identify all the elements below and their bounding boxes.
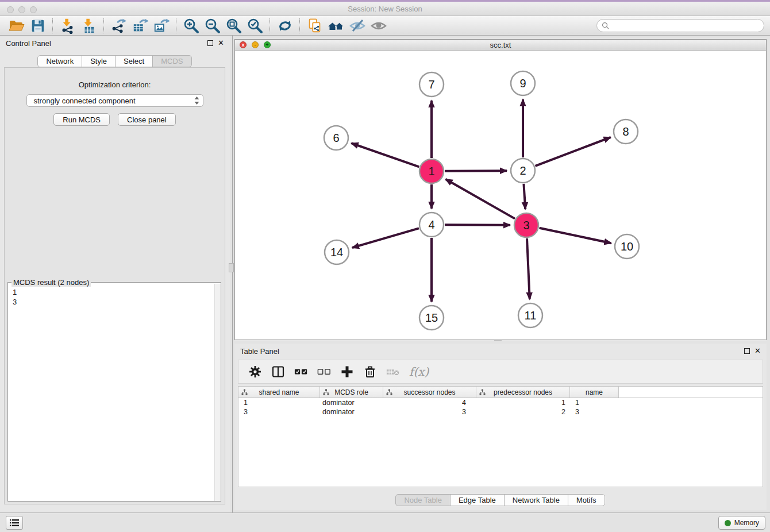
toolbar-separator: [52, 18, 53, 33]
show-all-networks-icon[interactable]: [325, 17, 346, 35]
tab-style[interactable]: Style: [82, 55, 116, 67]
table-row[interactable]: 1 dominator 4 1 1: [238, 398, 763, 407]
cell-successor-nodes[interactable]: 3: [383, 407, 476, 417]
attribute-icon: [323, 389, 329, 395]
close-panel-icon[interactable]: ✕: [218, 40, 224, 46]
column-header-shared-name[interactable]: shared name: [238, 387, 320, 398]
tab-motifs[interactable]: Motifs: [568, 494, 605, 506]
task-list-icon: [9, 518, 20, 527]
close-network-icon[interactable]: x: [240, 41, 247, 48]
hide-details-eye-icon[interactable]: [346, 17, 368, 35]
cell-mcds-role[interactable]: dominator: [320, 398, 383, 407]
mcds-result-box: MCDS result (2 nodes) 1 3: [7, 282, 221, 502]
delete-row-icon[interactable]: [363, 365, 377, 379]
mcds-result-scrollbar[interactable]: [214, 284, 221, 501]
task-history-button[interactable]: [6, 516, 23, 530]
node-label-10: 10: [621, 240, 633, 253]
settings-gear-icon[interactable]: [248, 365, 262, 379]
export-image-icon[interactable]: [151, 17, 172, 35]
edge-4-14[interactable]: [352, 228, 419, 248]
mcds-result-line: 1: [13, 287, 209, 297]
tab-network-table[interactable]: Network Table: [504, 494, 568, 506]
cell-shared-name[interactable]: 1: [238, 398, 320, 407]
import-network-icon[interactable]: [57, 17, 78, 35]
export-table-icon[interactable]: [129, 17, 151, 35]
clone-network-icon[interactable]: [304, 17, 325, 35]
panel-divider-grip[interactable]: [229, 263, 234, 272]
mcds-result-line: 3: [13, 297, 209, 307]
add-row-icon[interactable]: [340, 365, 354, 379]
node-label-9: 9: [519, 77, 526, 90]
select-all-icon[interactable]: [294, 365, 308, 379]
column-header-successor-nodes[interactable]: successor nodes: [383, 387, 476, 398]
run-mcds-button[interactable]: Run MCDS: [53, 113, 110, 126]
node-table: shared name MCDS role successor nodes pr…: [238, 386, 763, 487]
search-input[interactable]: [612, 21, 759, 30]
open-session-icon[interactable]: [6, 17, 27, 35]
float-panel-icon[interactable]: [207, 40, 213, 46]
zoom-window-icon[interactable]: [30, 6, 37, 13]
tab-mcds[interactable]: MCDS: [152, 55, 191, 67]
cell-name[interactable]: 1: [570, 398, 619, 407]
edge-1-6[interactable]: [351, 143, 419, 167]
network-canvas[interactable]: 1234678910111415: [235, 51, 766, 340]
function-builder-icon[interactable]: f(x): [409, 365, 429, 379]
show-details-eye-icon[interactable]: [368, 17, 389, 35]
search-box[interactable]: [596, 19, 764, 32]
memory-status-icon: [725, 520, 731, 526]
cell-mcds-role[interactable]: dominator: [320, 407, 383, 417]
cell-predecessor-nodes[interactable]: 2: [476, 407, 570, 417]
tab-edge-table[interactable]: Edge Table: [450, 494, 505, 506]
zoom-in-icon[interactable]: [180, 17, 202, 35]
toggle-column-icon[interactable]: [271, 365, 285, 379]
cell-shared-name[interactable]: 3: [238, 407, 320, 417]
edge-2-3[interactable]: [523, 184, 525, 209]
toolbar-separator: [270, 18, 270, 33]
cell-predecessor-nodes[interactable]: 1: [476, 398, 570, 407]
network-canvas-svg[interactable]: 1234678910111415: [235, 51, 766, 340]
zoom-selected-icon[interactable]: [244, 17, 265, 35]
control-panel: Control Panel ✕ Network Style Select MCD…: [0, 36, 230, 512]
import-table-icon[interactable]: [78, 17, 99, 35]
memory-button[interactable]: Memory: [718, 516, 765, 530]
float-table-panel-icon[interactable]: [744, 348, 750, 354]
tab-node-table[interactable]: Node Table: [395, 494, 451, 506]
table-row[interactable]: 3 dominator 3 2 3: [238, 407, 763, 417]
cell-successor-nodes[interactable]: 4: [383, 398, 476, 407]
close-table-panel-icon[interactable]: ✕: [754, 348, 761, 354]
save-session-icon[interactable]: [27, 17, 48, 35]
tab-select[interactable]: Select: [115, 55, 153, 67]
column-header-predecessor-nodes[interactable]: predecessor nodes: [476, 387, 570, 398]
deselect-all-icon[interactable]: [317, 365, 331, 379]
tab-network[interactable]: Network: [37, 55, 82, 67]
node-label-1: 1: [428, 165, 434, 178]
edge-3-1[interactable]: [445, 179, 515, 219]
optimization-criterion-select[interactable]: strongly connected component: [26, 94, 203, 107]
network-window-titlebar[interactable]: x - + scc.txt: [235, 40, 766, 51]
delete-table-icon[interactable]: [386, 365, 400, 379]
zoom-out-icon[interactable]: [202, 17, 223, 35]
zoom-fit-icon[interactable]: [223, 17, 244, 35]
application-window: Session: New Session: [0, 0, 770, 532]
column-header-name[interactable]: name: [570, 387, 619, 398]
node-label-11: 11: [525, 309, 537, 322]
network-window-controls: x - +: [240, 41, 271, 48]
mcds-result-list[interactable]: 1 3: [8, 284, 214, 501]
edge-3-10[interactable]: [540, 228, 611, 243]
refresh-icon[interactable]: [274, 17, 295, 35]
column-header-mcds-role[interactable]: MCDS role: [320, 387, 383, 398]
zoom-network-icon[interactable]: +: [264, 41, 271, 48]
node-label-8: 8: [622, 125, 629, 138]
close-panel-button[interactable]: Close panel: [118, 113, 176, 126]
toolbar-separator: [103, 18, 104, 33]
minimize-window-icon[interactable]: [18, 6, 25, 13]
close-window-icon[interactable]: [7, 6, 14, 13]
table-toolbar: f(x): [238, 360, 763, 384]
export-network-icon[interactable]: [108, 17, 129, 35]
cell-name[interactable]: 3: [570, 407, 619, 417]
minimize-network-icon[interactable]: -: [252, 41, 259, 48]
edge-2-8[interactable]: [536, 137, 611, 166]
edge-3-11[interactable]: [527, 238, 530, 299]
edge-1-2[interactable]: [445, 171, 507, 171]
edge-4-3[interactable]: [445, 225, 510, 225]
